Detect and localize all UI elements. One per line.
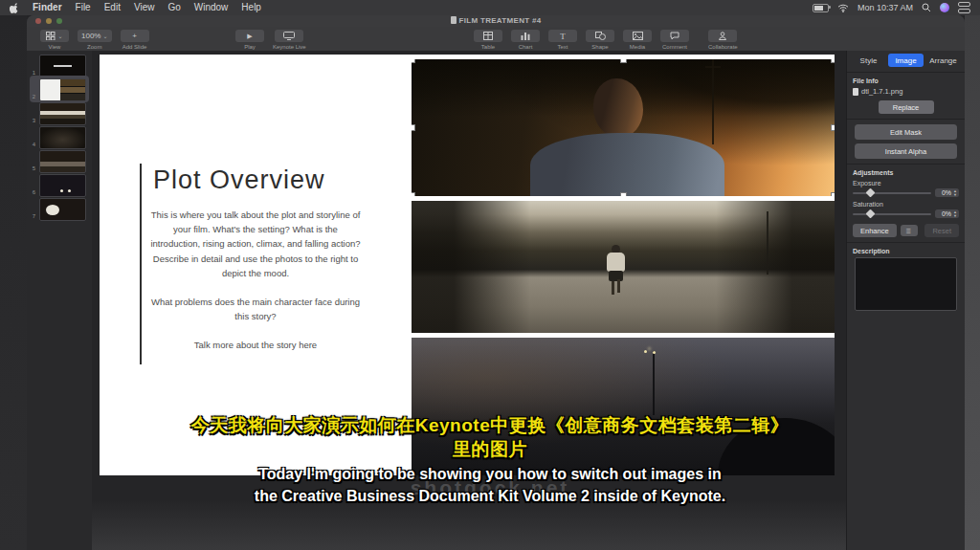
menu-bar-clock[interactable]: Mon 10:37 AM (858, 3, 913, 12)
file-info-heading: File Info (853, 77, 959, 84)
menu-view[interactable]: View (127, 0, 162, 15)
table-icon (483, 32, 493, 40)
apple-menu[interactable] (10, 2, 20, 13)
stepper-arrows-icon[interactable]: ▲▼ (953, 189, 957, 196)
add-slide-button[interactable]: + Add Slide (121, 30, 149, 50)
slide-number: 3 (29, 118, 35, 123)
sign-pole (767, 211, 768, 275)
saturation-value: 0% (937, 210, 951, 217)
shape-button[interactable]: Shape (586, 30, 614, 50)
edit-mask-button[interactable]: Edit Mask (855, 124, 957, 140)
exposure-stepper[interactable]: 0% ▲▼ (935, 188, 959, 197)
text-button[interactable]: T Text (548, 30, 577, 50)
slide-number: 4 (29, 142, 35, 147)
body-paragraph-1: This is where you talk about the plot an… (149, 208, 362, 280)
photo-sunset-portrait[interactable] (412, 59, 835, 196)
reset-button[interactable]: Reset (924, 224, 959, 237)
selection-handle-top-right[interactable] (831, 59, 835, 63)
toolbar-insert-group: Table Chart T Text Shape Media (474, 30, 689, 50)
saturation-label: Saturation (853, 201, 959, 208)
adjustments-section: Adjustments Exposure 0% ▲▼ Saturation 0%… (847, 169, 965, 237)
file-icon (853, 88, 858, 96)
instant-alpha-button[interactable]: Instant Alpha (855, 143, 957, 159)
selection-handle-bottom-right[interactable] (831, 192, 835, 196)
exposure-slider-row: 0% ▲▼ (853, 188, 959, 197)
menu-edit[interactable]: Edit (98, 0, 127, 15)
selection-handle-bottom-center[interactable] (620, 192, 627, 196)
slide-thumbnail-3[interactable]: 3 (27, 101, 92, 125)
window-title-bar[interactable]: FILM TREATMENT #4 (27, 15, 965, 27)
menu-window[interactable]: Window (188, 0, 235, 15)
slide-title[interactable]: Plot Overview (153, 165, 325, 195)
chart-icon (521, 32, 530, 40)
macos-menu-bar: Finder File Edit View Go Window Help Mon… (0, 0, 980, 15)
exposure-label: Exposure (853, 180, 959, 187)
comment-icon (670, 32, 679, 40)
saturation-slider[interactable] (853, 213, 931, 215)
selection-handle-mid-right[interactable] (831, 124, 835, 131)
exposure-slider-knob[interactable] (865, 187, 875, 197)
stepper-arrows-icon[interactable]: ▲▼ (953, 210, 957, 217)
table-button[interactable]: Table (474, 30, 502, 50)
head-silhouette (718, 418, 835, 475)
tab-arrange[interactable]: Arrange (925, 54, 961, 67)
menu-finder[interactable]: Finder (26, 0, 69, 15)
battery-icon[interactable] (813, 4, 829, 12)
adjustments-heading: Adjustments (853, 169, 959, 176)
spotlight-search-icon[interactable] (922, 3, 931, 12)
collaborate-button[interactable]: Collaborate (708, 30, 738, 50)
tab-style[interactable]: Style (851, 54, 886, 67)
slide-thumbnail-1[interactable]: 1 (27, 54, 92, 77)
adjust-sliders-button[interactable]: ☰ (901, 225, 918, 236)
divider (847, 119, 965, 120)
slide-thumbnail-6[interactable]: 6 (27, 173, 92, 197)
zoom-level-button[interactable]: 100%⌄ Zoom (78, 30, 112, 50)
menu-file[interactable]: File (69, 0, 98, 15)
exposure-slider[interactable] (853, 192, 931, 194)
slide-thumbnail-4[interactable]: 4 (27, 125, 92, 149)
description-textbox[interactable] (855, 257, 957, 311)
menu-bar-status: Mon 10:37 AM (813, 2, 980, 13)
selection-handle-mid-left[interactable] (412, 124, 415, 131)
selection-handle-bottom-left[interactable] (412, 192, 415, 196)
selection-handle-top-center[interactable] (620, 59, 627, 63)
photo-dusk-silhouette[interactable] (412, 338, 835, 475)
view-button[interactable]: ⌄ View (40, 30, 69, 50)
play-button[interactable]: ▶ Play (235, 30, 264, 50)
divider (847, 164, 965, 165)
slide-number: 5 (29, 165, 35, 171)
control-center-icon[interactable] (958, 2, 970, 13)
comment-button[interactable]: Comment (660, 30, 689, 50)
slide-thumbnail-5[interactable]: 5 (27, 149, 92, 173)
mask-section: Edit Mask Instant Alpha (847, 124, 965, 159)
saturation-stepper[interactable]: 0% ▲▼ (935, 209, 959, 218)
zoom-level-value: 100% (81, 32, 100, 40)
replace-button[interactable]: Replace (879, 100, 934, 114)
exposure-value: 0% (937, 189, 951, 196)
view-icon (46, 32, 56, 40)
slide-editor[interactable]: Plot Overview This is where you talk abo… (100, 55, 835, 475)
saturation-slider-knob[interactable] (865, 209, 875, 218)
menu-help[interactable]: Help (234, 0, 268, 15)
slide-body-text[interactable]: This is where you talk about the plot an… (149, 208, 362, 367)
slide-thumbnail-7[interactable]: 7 (27, 197, 92, 221)
chart-button[interactable]: Chart (511, 30, 540, 50)
wifi-icon[interactable] (837, 4, 849, 12)
menu-go[interactable]: Go (161, 0, 187, 15)
slide-thumbnail-2[interactable]: 2 (27, 77, 92, 101)
file-info-section: File Info dtl_1.7.1.png Replace (847, 77, 965, 114)
photo-road-run[interactable] (412, 201, 835, 333)
desktop-background-right (965, 15, 980, 550)
selection-handle-top-left[interactable] (412, 59, 415, 63)
siri-icon[interactable] (940, 3, 949, 12)
toolbar-collab-group: Collaborate (708, 30, 738, 50)
saturation-slider-row: 0% ▲▼ (853, 209, 959, 218)
media-button[interactable]: Media (623, 30, 652, 50)
body-paragraph-2: What problems does the main character fa… (149, 295, 362, 323)
enhance-button[interactable]: Enhance (853, 224, 897, 237)
screen: Finder File Edit View Go Window Help Mon… (0, 0, 980, 550)
desktop-background-left (0, 15, 27, 550)
description-section: Description (847, 248, 965, 311)
tab-image[interactable]: Image (888, 54, 924, 67)
keynote-live-button[interactable]: Keynote Live (273, 30, 306, 50)
